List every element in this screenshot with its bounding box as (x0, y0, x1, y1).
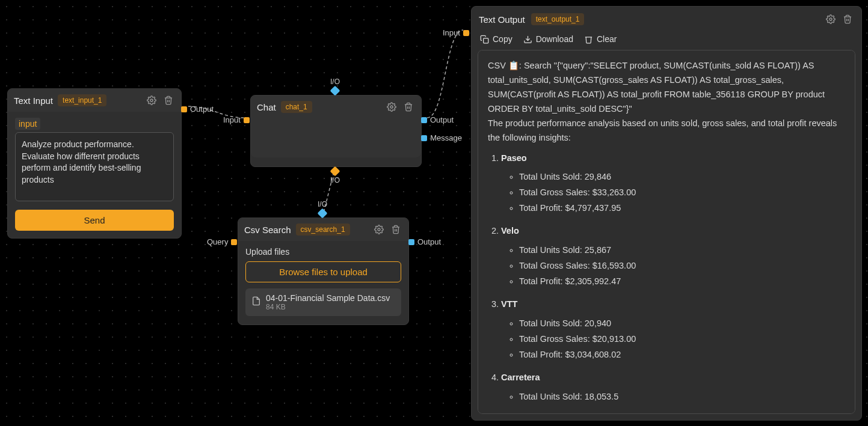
trash-icon[interactable] (841, 13, 854, 26)
product-item: VeloTotal Units Sold: 25,867Total Gross … (501, 224, 845, 289)
copy-button[interactable]: Copy (480, 34, 512, 44)
browse-button[interactable]: Browse files to upload (245, 261, 401, 282)
product-metric: Total Units Sold: 25,867 (519, 243, 845, 258)
output-toolbar: Copy Download Clear (472, 32, 861, 50)
csv-query-port[interactable]: Query (207, 237, 237, 246)
gear-icon[interactable] (385, 100, 398, 114)
input-textarea[interactable] (15, 132, 174, 201)
product-metric: Total Gross Sales: $20,913.00 (519, 332, 845, 347)
file-chip[interactable]: 04-01-Financial Sample Data.csv 84 KB (245, 288, 401, 316)
svg-point-1 (390, 106, 393, 108)
product-item: CarreteraTotal Units Sold: 18,053.5 (501, 371, 845, 404)
product-metric: Total Units Sold: 29,846 (519, 170, 845, 184)
trash-icon[interactable] (162, 94, 175, 107)
input-label: input (15, 118, 40, 130)
text-output-title: Text Output (479, 14, 525, 25)
clear-button[interactable]: Clear (584, 34, 617, 44)
product-item: VTTTotal Units Sold: 20,940Total Gross S… (501, 297, 845, 362)
text-input-header[interactable]: Text Input text_input_1 (8, 89, 181, 112)
product-list: PaseoTotal Units Sold: 29,846Total Gross… (488, 151, 845, 404)
text-input-tag: text_input_1 (58, 94, 106, 106)
chat-output-port[interactable]: Output (421, 115, 454, 124)
product-metric: Total Gross Sales: $33,263.00 (519, 186, 845, 200)
chat-header[interactable]: Chat chat_1 (251, 96, 421, 118)
chat-tag: chat_1 (281, 101, 312, 113)
canvas[interactable]: Text Input text_input_1 input Send Outpu… (0, 0, 868, 426)
output-preface: CSV 📋: Search "{"query":"SELECT product,… (488, 59, 845, 117)
svg-rect-4 (484, 38, 488, 43)
product-metric: Total Profit: $2,305,992.47 (519, 275, 845, 289)
gear-icon[interactable] (372, 223, 386, 236)
download-button[interactable]: Download (523, 34, 573, 44)
file-icon (251, 296, 261, 308)
chat-node[interactable]: Chat chat_1 I/O I/O Input (250, 95, 422, 167)
chat-message-port[interactable]: Message (421, 133, 462, 142)
text-input-title: Text Input (14, 96, 53, 106)
product-metric: Total Profit: $3,034,608.02 (519, 348, 845, 362)
output-intro: The product performance analysis based o… (488, 117, 845, 145)
send-button[interactable]: Send (15, 210, 174, 231)
trash-icon[interactable] (402, 100, 415, 114)
text-output-header[interactable]: Text Output text_output_1 (472, 7, 861, 32)
csv-search-node[interactable]: Csv Search csv_search_1 Upload files Bro… (238, 218, 409, 325)
chat-title: Chat (257, 102, 276, 112)
svg-point-3 (830, 18, 832, 20)
text-input-output-port[interactable]: Output (181, 105, 214, 114)
output-content[interactable]: CSV 📋: Search "{"query":"SELECT product,… (478, 50, 855, 414)
chat-io-top-port[interactable]: I/O (330, 78, 340, 94)
text-output-panel[interactable]: Text Output text_output_1 Input Copy (471, 6, 862, 421)
file-size: 84 KB (266, 303, 390, 311)
chat-input-port[interactable]: Input (223, 115, 250, 124)
trash-icon[interactable] (389, 223, 402, 236)
chat-io-bottom-port[interactable]: I/O (330, 168, 340, 184)
svg-point-0 (150, 99, 153, 102)
product-metric: Total Units Sold: 18,053.5 (519, 390, 845, 404)
chat-body (251, 118, 421, 157)
svg-point-2 (378, 228, 380, 231)
product-metric: Total Profit: $4,797,437.95 (519, 201, 845, 216)
csv-search-title: Csv Search (244, 225, 291, 235)
csv-io-top-port[interactable]: I/O (318, 200, 327, 217)
product-metric: Total Units Sold: 20,940 (519, 317, 845, 331)
csv-search-tag: csv_search_1 (296, 224, 350, 236)
gear-icon[interactable] (145, 94, 158, 107)
text-output-input-port[interactable]: Input (443, 28, 469, 37)
file-name: 04-01-Financial Sample Data.csv (266, 293, 390, 303)
upload-label: Upload files (245, 247, 401, 257)
csv-output-port[interactable]: Output (408, 237, 441, 246)
product-metric: Total Gross Sales: $16,593.00 (519, 259, 845, 273)
text-input-node[interactable]: Text Input text_input_1 input Send Outpu… (7, 88, 182, 239)
text-output-tag: text_output_1 (531, 13, 585, 25)
product-item: PaseoTotal Units Sold: 29,846Total Gross… (501, 151, 845, 216)
gear-icon[interactable] (824, 13, 837, 26)
csv-search-header[interactable]: Csv Search csv_search_1 (238, 218, 408, 241)
